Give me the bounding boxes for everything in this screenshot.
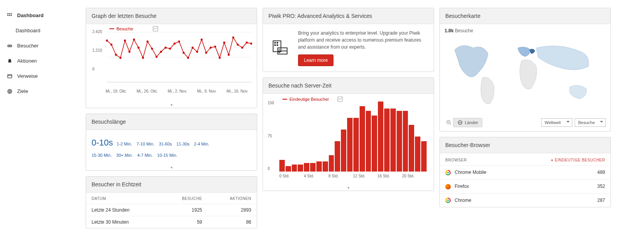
svg-point-34 (173, 42, 175, 44)
bar[interactable] (279, 160, 285, 172)
widget-title: Besucher in Echtzeit (86, 177, 257, 193)
x-axis-labels: Mi., 19. Okt. Mi., 26. Okt. Mi., 2. Nov.… (91, 88, 252, 93)
sidebar-item-ziele[interactable]: Ziele (0, 84, 82, 99)
length-bucket[interactable]: 2-4 Min. (194, 142, 210, 146)
zoom-out-icon[interactable] (445, 118, 453, 127)
svg-point-26 (138, 47, 139, 49)
sidebar-item-besucher[interactable]: Besucher (0, 38, 82, 53)
svg-point-46 (228, 54, 229, 56)
realtime-table: DATUM BESUCHE AKTIONEN Letzte 24 Stunden… (86, 193, 257, 228)
svg-line-65 (450, 124, 451, 125)
sidebar-item-dashboard[interactable]: Dashboard (0, 8, 82, 23)
bar[interactable] (390, 109, 396, 172)
svg-point-9 (11, 46, 11, 46)
svg-rect-10 (8, 74, 12, 78)
widget-browsers: Besucher-Browser BROWSER EINDEUTIGE BESU… (439, 137, 611, 207)
svg-rect-54 (277, 42, 278, 44)
svg-point-32 (164, 47, 166, 49)
length-bucket[interactable]: 7-10 Min. (136, 142, 154, 146)
col-browser[interactable]: BROWSER (440, 153, 515, 166)
svg-point-38 (192, 47, 194, 49)
bar[interactable] (409, 125, 414, 172)
expand-handle[interactable]: ▾ (86, 102, 257, 108)
x-axis-labels: 0 Std. 4 Std. 8 Std. 12 Std. 16 Std. 20 … (279, 172, 427, 178)
line-chart[interactable] (91, 28, 252, 86)
length-bucket[interactable]: 1-2 Min. (116, 142, 132, 146)
bar[interactable] (397, 111, 402, 172)
bar[interactable] (323, 161, 328, 172)
bar[interactable] (347, 118, 353, 172)
svg-point-43 (214, 46, 216, 47)
length-bucket[interactable]: 10-15 Min. (157, 153, 177, 158)
table-row[interactable]: Chrome Mobile489 (440, 166, 610, 180)
svg-point-45 (223, 42, 225, 44)
world-map[interactable] (445, 35, 606, 113)
widget-title: Besuchslänge (86, 114, 257, 130)
bar[interactable] (304, 163, 309, 172)
svg-point-27 (142, 57, 144, 59)
svg-point-51 (250, 42, 252, 44)
bar[interactable] (421, 141, 427, 172)
length-bucket[interactable]: 11-30s (176, 142, 190, 146)
col-unique[interactable]: EINDEUTIGE BESUCHER (515, 153, 610, 166)
svg-rect-5 (11, 15, 12, 16)
bar[interactable] (372, 116, 377, 172)
bar[interactable] (415, 137, 420, 172)
bar[interactable] (335, 141, 340, 172)
length-bucket[interactable]: 30+ Min. (116, 153, 133, 158)
length-bucket[interactable]: 31-60s (159, 142, 172, 146)
bar[interactable] (353, 118, 359, 172)
bar[interactable] (403, 111, 408, 172)
bar[interactable] (378, 102, 383, 172)
promo-text: Bring your analytics to enterprise level… (298, 30, 428, 51)
eyes-icon (6, 43, 13, 49)
length-primary[interactable]: 0-10s (92, 138, 113, 147)
bar[interactable] (329, 155, 334, 172)
length-bucket[interactable]: 15-30 Min. (92, 153, 112, 158)
svg-point-60 (279, 52, 280, 53)
svg-point-35 (178, 40, 180, 42)
bar[interactable] (384, 109, 390, 172)
learn-more-button[interactable]: Learn more (298, 54, 333, 66)
bar[interactable] (286, 166, 291, 172)
col-actions: AKTIONEN (208, 193, 257, 204)
svg-point-21 (115, 54, 117, 56)
svg-point-31 (160, 51, 162, 53)
table-row: Letzte 30 Minuten 59 86 (86, 216, 257, 228)
table-row[interactable]: Chrome287 (440, 193, 610, 207)
widget-title: Piwik PRO: Advanced Analytics & Services (263, 8, 434, 24)
countries-button[interactable]: Länder (453, 118, 482, 127)
svg-point-41 (205, 52, 207, 54)
svg-point-40 (201, 39, 203, 40)
svg-point-23 (124, 40, 126, 42)
svg-rect-3 (7, 15, 9, 16)
region-select[interactable]: Weltweit (541, 118, 572, 127)
svg-point-37 (187, 57, 189, 59)
sidebar-subitem-dashboard[interactable]: Dashboard (0, 23, 82, 38)
bar[interactable] (360, 106, 365, 172)
sidebar-item-aktionen[interactable]: Aktionen (0, 53, 82, 68)
bar[interactable] (292, 165, 297, 172)
bar[interactable] (341, 130, 346, 172)
bar[interactable] (310, 163, 316, 172)
sidebar-item-verweise[interactable]: Verweise (0, 68, 82, 84)
svg-rect-56 (277, 44, 278, 46)
sidebar-label: Verweise (17, 73, 38, 79)
svg-point-30 (155, 56, 157, 58)
sidebar-label: Dashboard (16, 28, 41, 33)
bar[interactable] (316, 161, 322, 172)
bar[interactable] (298, 165, 303, 172)
length-bucket[interactable]: 4-7 Min. (137, 153, 153, 158)
svg-rect-1 (9, 13, 10, 14)
svg-point-39 (196, 51, 198, 53)
bar-chart[interactable] (279, 102, 427, 172)
expand-handle[interactable]: ▾ (86, 165, 257, 170)
table-row[interactable]: Firefox352 (440, 179, 610, 193)
svg-rect-55 (274, 44, 276, 46)
server-icon (268, 30, 292, 66)
expand-handle[interactable]: ▾ (263, 185, 434, 191)
bar[interactable] (366, 111, 371, 172)
svg-rect-4 (9, 15, 10, 16)
metric-select[interactable]: Besuche (575, 118, 606, 127)
map-stat: 1.8k Besuche (445, 28, 606, 33)
